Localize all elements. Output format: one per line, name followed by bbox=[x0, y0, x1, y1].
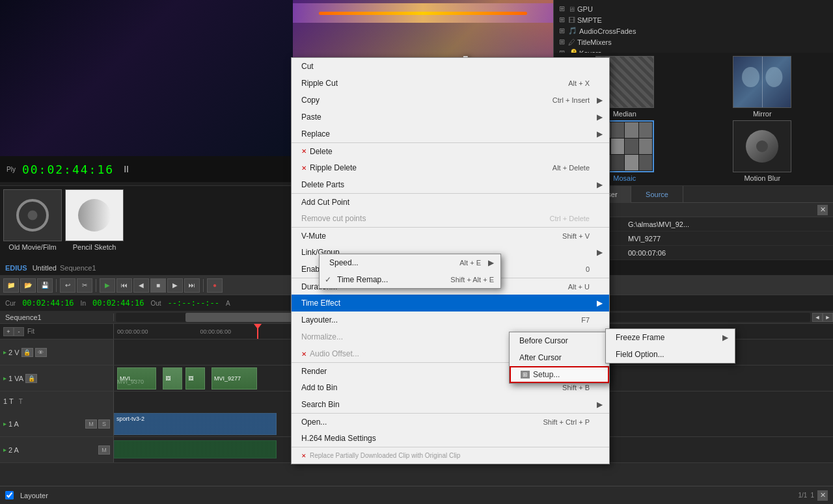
after-cursor-item[interactable]: After Cursor bbox=[510, 349, 609, 366]
undo-button[interactable]: ↩ bbox=[60, 278, 75, 293]
preview-timecode-bar: Ply 00:02:44:16 II bbox=[0, 156, 293, 182]
cursor-submenu: Before Cursor After Cursor ⊞ Setup... bbox=[509, 332, 610, 384]
open-button[interactable]: 📂 bbox=[20, 278, 36, 293]
layouter-bar: Layouter 1/1 1 ✕ bbox=[0, 486, 833, 504]
clip-mvi-9277[interactable]: MVI_9277 bbox=[212, 367, 257, 390]
freeze-frame-submenu: Freeze Frame ▶ Field Option... bbox=[605, 328, 735, 364]
freeze-frame-item[interactable]: Freeze Frame ▶ bbox=[606, 329, 735, 346]
stop-button[interactable]: ■ bbox=[150, 278, 166, 293]
field-option-item[interactable]: Field Option... bbox=[606, 346, 735, 363]
filter-tree-item-keyers[interactable]: ⊞ 🔑 Keyers bbox=[554, 47, 833, 53]
project-name: Untitled bbox=[33, 264, 57, 272]
time-effect-submenu: Speed... Alt + E ▶ ✓ Time Remap... Shift… bbox=[319, 254, 501, 289]
play-indicator: Ply bbox=[7, 166, 16, 173]
step-fwd-button[interactable]: ⏭ bbox=[184, 278, 200, 293]
effect-motion-blur[interactable]: Motion Blur bbox=[695, 120, 830, 182]
new-bin-button[interactable]: 📁 bbox=[3, 278, 19, 293]
menu-ripple-cut[interactable]: Ripple Cut Alt + X bbox=[292, 75, 609, 92]
filter-tree-item-audiocross[interactable]: ⊞ 🎵 AudioCrossFades bbox=[554, 25, 833, 36]
effect-old-movie[interactable]: Old Movie/Film bbox=[3, 189, 62, 257]
track-2v-eye[interactable]: 👁 bbox=[35, 348, 47, 357]
menu-open[interactable]: Open... Shift + Ctrl + P bbox=[292, 413, 609, 430]
track-2a-mute[interactable]: M bbox=[98, 445, 110, 455]
pause-indicator: II bbox=[124, 164, 129, 174]
play-button[interactable]: ▶ bbox=[100, 278, 115, 293]
before-cursor-item[interactable]: Before Cursor bbox=[510, 332, 609, 349]
timecode-display: 00:02:44:16 bbox=[22, 163, 114, 176]
time-remap-item[interactable]: ✓ Time Remap... Shift + Alt + E bbox=[320, 271, 500, 288]
frame-fwd-button[interactable]: ▶ bbox=[167, 278, 183, 293]
app-title: EDIUS bbox=[5, 264, 27, 272]
step-back-button[interactable]: ⏮ bbox=[116, 278, 132, 293]
info-close-button[interactable]: ✕ bbox=[817, 205, 828, 215]
menu-time-effect[interactable]: Time Effect ▶ bbox=[292, 295, 609, 312]
track-1a-name: 1 A bbox=[8, 420, 19, 428]
item-count: 1 bbox=[810, 492, 814, 499]
track-1va-name: 1 VA bbox=[8, 375, 23, 382]
track-1a-mute[interactable]: M bbox=[85, 419, 97, 429]
menu-ripple-delete[interactable]: ✕ Ripple Delete Alt + Delete bbox=[292, 159, 609, 176]
clip-mvi-9370-label: MVI_9370 bbox=[117, 378, 144, 385]
track-2a-name: 2 A bbox=[8, 446, 19, 454]
menu-remove-cut-points: Remove cut points Ctrl + Delete bbox=[292, 210, 609, 227]
menu-cut[interactable]: Cut bbox=[292, 58, 609, 75]
effect-pencil-sketch[interactable]: Pencil Sketch bbox=[65, 189, 124, 257]
filter-tree-item-titlemixers[interactable]: ⊞ 🖊 TitleMixers bbox=[554, 36, 833, 47]
clip-mvi-2[interactable]: 🖼 bbox=[163, 367, 182, 390]
menu-vmute[interactable]: V-Mute Shift + V bbox=[292, 227, 609, 244]
render-button[interactable]: ● bbox=[207, 278, 223, 293]
effect-mosaic-label: Mosaic bbox=[613, 174, 636, 182]
menu-paste[interactable]: Paste ▶ bbox=[292, 109, 609, 126]
source-tab[interactable]: Source bbox=[631, 186, 683, 203]
effect-mirror[interactable]: Mirror bbox=[695, 56, 830, 118]
track-1t-name: 1 T bbox=[3, 397, 14, 405]
menu-delete-parts[interactable]: Delete Parts ▶ bbox=[292, 176, 609, 193]
page-info: 1/1 bbox=[799, 492, 808, 499]
setup-item[interactable]: ⊞ Setup... bbox=[510, 366, 609, 383]
menu-replace-clip: ✕ Replace Partially Downloaded Clip with… bbox=[292, 447, 609, 464]
filter-tree-item-smpte[interactable]: ⊞ 🎞 SMPTE bbox=[554, 14, 833, 25]
track-1va-lock[interactable]: 🔒 bbox=[25, 374, 37, 383]
track-2v-lock[interactable]: 🔒 bbox=[21, 348, 33, 357]
filter-tree: ⊞ 🖥 GPU ⊞ 🎞 SMPTE ⊞ 🎵 AudioCrossFades bbox=[554, 3, 833, 53]
menu-search-bin[interactable]: Search Bin ▶ bbox=[292, 396, 609, 413]
preview-video bbox=[0, 0, 293, 156]
preview-panel: Ply 00:02:44:16 II bbox=[0, 0, 293, 182]
zoom-in-button[interactable]: + bbox=[3, 327, 14, 336]
layouter-close-button[interactable]: ✕ bbox=[817, 490, 828, 501]
zoom-out-button[interactable]: - bbox=[14, 327, 24, 336]
cut-button[interactable]: ✂ bbox=[77, 278, 92, 293]
effect-motionblur-label: Motion Blur bbox=[744, 174, 780, 182]
effect-oldmovie-label: Old Movie/Film bbox=[8, 243, 56, 251]
frame-back-button[interactable]: ◀ bbox=[133, 278, 149, 293]
effect-pencilsketch-label: Pencil Sketch bbox=[73, 243, 116, 251]
effect-mirror-label: Mirror bbox=[753, 110, 772, 118]
menu-h264-settings[interactable]: H.264 Media Settings bbox=[292, 430, 609, 447]
speed-item[interactable]: Speed... Alt + E ▶ bbox=[320, 254, 500, 271]
menu-delete[interactable]: ✕ Delete bbox=[292, 142, 609, 159]
save-button[interactable]: 💾 bbox=[37, 278, 53, 293]
menu-add-cut-point[interactable]: Add Cut Point bbox=[292, 193, 609, 210]
track-2v-name: 2 V bbox=[8, 349, 20, 356]
fit-label: Fit bbox=[27, 328, 34, 335]
sequence-label: Sequence1 bbox=[0, 313, 114, 321]
filter-tree-item-gpu[interactable]: ⊞ 🖥 GPU bbox=[554, 3, 833, 14]
scroll-right-button[interactable]: ► bbox=[823, 313, 833, 322]
layouter-label: Layouter bbox=[20, 492, 48, 499]
effect-median-label: Median bbox=[613, 110, 636, 118]
menu-layouter[interactable]: Layouter... F7 bbox=[292, 312, 609, 328]
track-1a-solo[interactable]: S bbox=[98, 419, 110, 429]
menu-copy[interactable]: Copy Ctrl + Insert ▶ bbox=[292, 92, 609, 109]
layouter-checkbox[interactable] bbox=[5, 491, 14, 499]
menu-replace[interactable]: Replace ▶ bbox=[292, 126, 609, 142]
scroll-left-button[interactable]: ◄ bbox=[812, 313, 823, 322]
clip-mvi-3[interactable]: 🖼 bbox=[185, 367, 205, 390]
sequence-name-title: Sequence1 bbox=[60, 264, 96, 272]
